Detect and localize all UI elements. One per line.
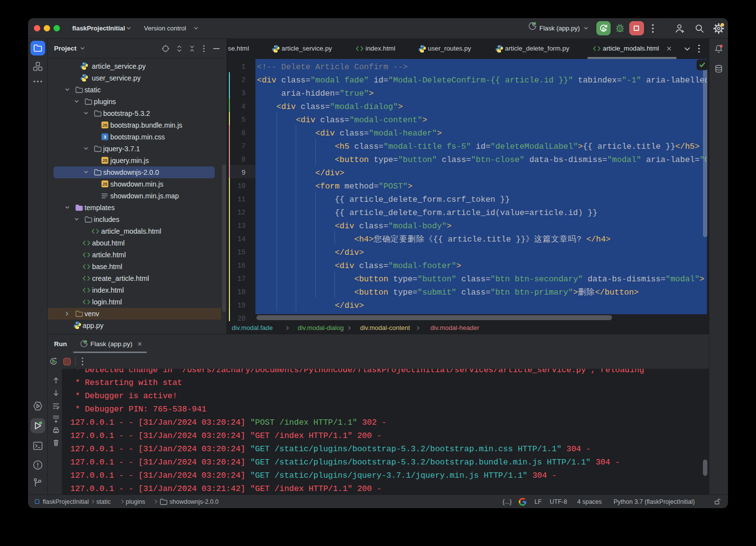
svg-text:JS: JS [102, 123, 108, 128]
svg-text:JS: JS [102, 182, 108, 187]
svg-text:3: 3 [103, 135, 106, 139]
svg-text:JS: JS [102, 158, 108, 163]
